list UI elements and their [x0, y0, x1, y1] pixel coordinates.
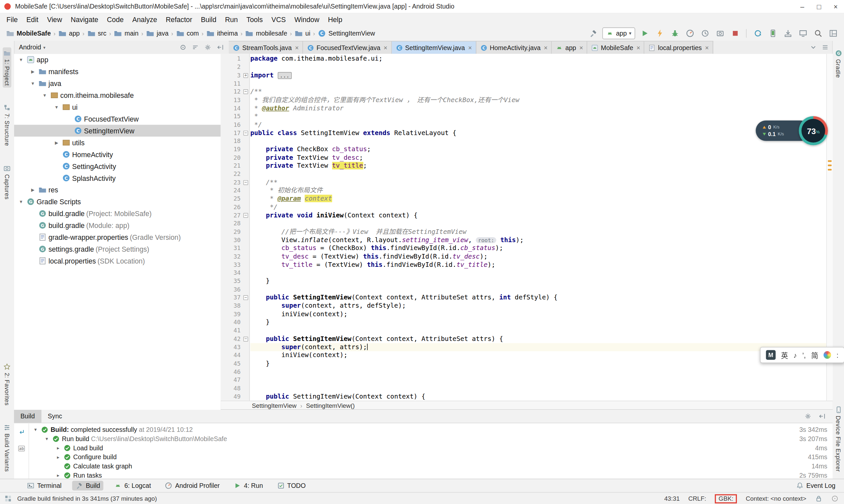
- gutter-line[interactable]: 32: [221, 253, 249, 261]
- toolwindow-button-android-profiler[interactable]: Android Profiler: [161, 481, 223, 490]
- code-line[interactable]: [250, 376, 827, 384]
- tree-item-splashactivity[interactable]: CSplashActivity: [14, 172, 221, 184]
- tree-item-focusedtextview[interactable]: CFocusedTextView: [14, 113, 221, 125]
- gutter-line[interactable]: 47: [221, 376, 249, 384]
- menu-item-window[interactable]: Window: [290, 16, 324, 23]
- code-line[interactable]: [250, 220, 827, 228]
- code-line[interactable]: */: [250, 203, 827, 212]
- editor-menu-button[interactable]: [820, 42, 831, 53]
- breadcrumb-item-main[interactable]: main: [112, 29, 140, 38]
- toolwindow-button-build[interactable]: Build: [72, 481, 103, 490]
- code-line[interactable]: [250, 80, 827, 88]
- code-line[interactable]: private TextView tv_desc;: [250, 154, 827, 162]
- ime-item[interactable]: 简: [811, 350, 818, 360]
- close-icon[interactable]: ×: [579, 44, 583, 51]
- code-line[interactable]: [250, 368, 827, 376]
- toolwindow-button-event-log[interactable]: Event Log: [793, 481, 839, 490]
- build-rerun-button[interactable]: [16, 427, 27, 438]
- code-line[interactable]: [250, 286, 827, 294]
- maximize-button[interactable]: □: [811, 0, 828, 13]
- code-line[interactable]: public SettingItemView(Context context, …: [250, 294, 827, 302]
- close-icon[interactable]: ×: [705, 44, 708, 51]
- gutter-line[interactable]: 22: [221, 170, 249, 179]
- menu-item-build[interactable]: Build: [196, 16, 221, 23]
- collapse-all-button[interactable]: [190, 42, 201, 53]
- close-icon[interactable]: ×: [295, 44, 299, 51]
- gutter-line[interactable]: 41: [221, 327, 249, 335]
- fold-icon[interactable]: −: [243, 295, 248, 300]
- build-row[interactable]: ▸Load build4ms: [29, 443, 833, 452]
- close-icon[interactable]: ×: [544, 44, 547, 51]
- stop-button[interactable]: [729, 28, 740, 39]
- ime-item[interactable]: :: [837, 351, 839, 359]
- menu-item-tools[interactable]: Tools: [242, 16, 267, 23]
- close-icon[interactable]: ×: [468, 44, 472, 51]
- gutter-line[interactable]: 18: [221, 137, 249, 146]
- project-view-select[interactable]: Android ▾: [19, 43, 46, 51]
- tree-item-res[interactable]: ▶res: [14, 184, 221, 196]
- fold-icon[interactable]: −: [243, 180, 248, 185]
- fold-icon[interactable]: +: [243, 73, 248, 78]
- attach-debugger-button[interactable]: [699, 28, 710, 39]
- gutter-line[interactable]: 20: [221, 154, 249, 162]
- breadcrumb-item-java[interactable]: java: [144, 29, 170, 38]
- code-line[interactable]: }: [250, 319, 827, 327]
- device-monitor-button[interactable]: [797, 28, 808, 39]
- breadcrumb-item-app[interactable]: app: [56, 29, 81, 38]
- breadcrumb-item-settingitemview[interactable]: CSettingItemView: [316, 29, 377, 38]
- caret-position-widget[interactable]: 43:31: [664, 496, 680, 502]
- gutter-line[interactable]: 33: [221, 261, 249, 269]
- fold-icon[interactable]: −: [243, 336, 248, 341]
- code-line[interactable]: super(context, attrs);: [250, 343, 827, 352]
- gutter-line[interactable]: 23−: [221, 179, 249, 187]
- breadcrumb-item-ui[interactable]: ui: [293, 29, 312, 38]
- build-row[interactable]: Calculate task graph14ms: [29, 462, 833, 471]
- code-line[interactable]: [250, 327, 827, 335]
- code-line[interactable]: [250, 63, 827, 71]
- lock-icon[interactable]: [815, 495, 823, 502]
- tree-item-settingactivity[interactable]: CSettingActivity: [14, 160, 221, 172]
- code-line[interactable]: }: [250, 360, 827, 368]
- gutter-line[interactable]: 19: [221, 146, 249, 154]
- toolwindow-button-6-logcat[interactable]: 6: Logcat: [111, 481, 154, 490]
- build-row[interactable]: ▾Build: completed successfully at 2019/4…: [29, 425, 833, 434]
- breadcrumb-item-src[interactable]: src: [85, 29, 108, 38]
- code-line[interactable]: * 初始化布局文件: [250, 187, 827, 195]
- gutter-line[interactable]: 3+: [221, 71, 249, 80]
- code-line[interactable]: private void iniView(Context context) {: [250, 212, 827, 220]
- gutter-line[interactable]: 37−: [221, 294, 249, 302]
- stripe-tab-1-project[interactable]: 1: Project: [3, 48, 11, 88]
- tab-homeactivity-java[interactable]: CHomeActivity.java×: [477, 41, 552, 54]
- code-line[interactable]: private CheckBox cb_status;: [250, 146, 827, 154]
- menu-item-vcs[interactable]: VCS: [267, 16, 290, 23]
- menu-item-edit[interactable]: Edit: [22, 16, 43, 23]
- gutter-line[interactable]: 16: [221, 121, 249, 129]
- code-line[interactable]: [250, 170, 827, 179]
- tab-settingitemview-java[interactable]: CSettingItemView.java×: [392, 41, 477, 54]
- build-button[interactable]: [587, 28, 599, 39]
- gutter-line[interactable]: 46: [221, 368, 249, 376]
- tree-item-settings-gradle[interactable]: Gsettings.gradle (Project Settings): [14, 243, 221, 255]
- code-line[interactable]: */: [250, 121, 827, 129]
- code-line[interactable]: [250, 384, 827, 393]
- editor-code[interactable]: package com.itheima.mobilesafe.ui;import…: [250, 55, 827, 401]
- code-line[interactable]: /**: [250, 179, 827, 187]
- code-line[interactable]: View.inflate(context, R.layout.setting_i…: [250, 236, 827, 245]
- gutter-line[interactable]: 30: [221, 236, 249, 245]
- gutter-line[interactable]: 27−: [221, 212, 249, 220]
- code-line[interactable]: [250, 137, 827, 146]
- menu-item-refactor[interactable]: Refactor: [161, 16, 196, 23]
- code-line[interactable]: * @param context: [250, 195, 827, 203]
- breadcrumb-item-com[interactable]: com: [174, 29, 201, 38]
- tab-mobilesafe[interactable]: MobileSafe×: [587, 41, 644, 54]
- gutter-line[interactable]: 14: [221, 104, 249, 113]
- toolwindow-button-todo[interactable]: TODO: [274, 481, 309, 490]
- tree-item-settingitemview[interactable]: CSettingItemView: [14, 125, 221, 137]
- gutter-line[interactable]: 24: [221, 187, 249, 195]
- stripe-tab-device-file-explorer[interactable]: Device File Explorer: [834, 403, 843, 474]
- code-line[interactable]: //把一个布局文件---》View 并且加载在SettingItemView: [250, 228, 827, 236]
- code-line[interactable]: public SettingItemView(Context context, …: [250, 335, 827, 343]
- gutter-line[interactable]: 45: [221, 360, 249, 368]
- ime-color-icon[interactable]: [824, 351, 831, 359]
- gutter-line[interactable]: 48: [221, 384, 249, 393]
